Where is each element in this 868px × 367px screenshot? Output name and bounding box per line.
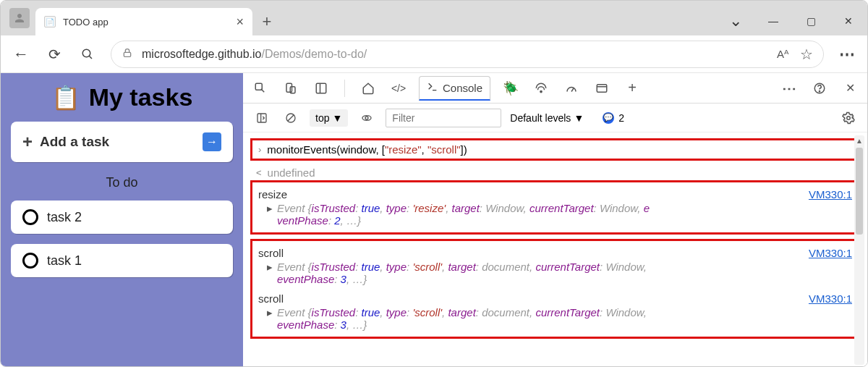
devtools-more-button[interactable]: ⋯ bbox=[779, 78, 799, 98]
task-checkbox[interactable] bbox=[22, 253, 38, 269]
devtools-tab-strip: </> Console 🪲 + ⋯ ✕ bbox=[243, 73, 867, 104]
issues-indicator[interactable]: 💬 2 bbox=[603, 112, 624, 124]
result-value: undefined bbox=[268, 166, 315, 179]
tab-favicon-icon: 📄 bbox=[44, 16, 56, 28]
search-icon[interactable] bbox=[77, 44, 98, 64]
event-name: resize bbox=[258, 188, 852, 201]
svg-point-14 bbox=[819, 90, 820, 91]
task-label: task 2 bbox=[47, 210, 82, 225]
window-close-button[interactable]: ✕ bbox=[830, 7, 867, 35]
back-button[interactable]: ← bbox=[11, 44, 31, 64]
svg-rect-11 bbox=[597, 84, 607, 92]
dock-side-button[interactable] bbox=[311, 78, 331, 98]
chevron-down-icon: ▼ bbox=[574, 112, 584, 124]
console-settings-button[interactable] bbox=[838, 108, 859, 128]
console-input-code: monitorEvents(window, ["resize", "scroll… bbox=[267, 143, 467, 156]
prompt-chevron-icon: › bbox=[258, 144, 261, 155]
svg-line-10 bbox=[571, 88, 574, 92]
window-controls: ⌄ — ▢ ✕ bbox=[717, 7, 867, 35]
reload-button[interactable]: ⟳ bbox=[44, 44, 64, 64]
app-title: My tasks bbox=[89, 83, 193, 111]
source-link[interactable]: VM330:1 bbox=[809, 292, 852, 305]
window-titlebar: 📄 TODO app × + ⌄ — ▢ ✕ bbox=[1, 1, 867, 35]
more-tabs-button[interactable]: + bbox=[622, 78, 642, 98]
application-tab[interactable] bbox=[592, 78, 612, 98]
add-task-submit-button[interactable]: → bbox=[203, 132, 221, 151]
event-detail[interactable]: ▸ Event {isTrusted: true, type: 'scroll'… bbox=[258, 306, 852, 331]
expand-icon[interactable]: ▸ bbox=[267, 202, 273, 227]
elements-tab[interactable]: </> bbox=[388, 78, 409, 98]
source-link[interactable]: VM330:1 bbox=[809, 247, 852, 259]
expand-icon[interactable]: ▸ bbox=[267, 306, 273, 331]
source-link[interactable]: VM330:1 bbox=[809, 188, 852, 201]
svg-rect-2 bbox=[124, 52, 130, 56]
console-tab-label: Console bbox=[443, 82, 482, 94]
highlight-input: › monitorEvents(window, ["resize", "scro… bbox=[250, 138, 860, 161]
main-area: 📋 My tasks + Add a task → To do task 2 t… bbox=[1, 73, 867, 367]
event-name: scroll bbox=[258, 247, 852, 259]
clipboard-icon: 📋 bbox=[51, 84, 80, 111]
result-chevron-icon: < bbox=[256, 167, 262, 178]
devtools-close-button[interactable]: ✕ bbox=[840, 78, 860, 98]
more-button[interactable]: ⋯ bbox=[837, 44, 857, 64]
context-selector[interactable]: top ▼ bbox=[310, 109, 348, 127]
event-detail[interactable]: ▸ Event {isTrusted: true, type: 'scroll'… bbox=[258, 261, 852, 285]
log-levels-dropdown[interactable]: Default levels ▼ bbox=[510, 112, 584, 124]
network-tab[interactable] bbox=[531, 78, 551, 98]
section-todo-label: To do bbox=[11, 175, 233, 190]
svg-point-20 bbox=[847, 116, 851, 119]
console-sidebar-toggle[interactable] bbox=[252, 108, 272, 128]
browser-tab[interactable]: 📄 TODO app × bbox=[35, 8, 252, 35]
svg-line-18 bbox=[288, 115, 294, 121]
event-name: scroll bbox=[258, 292, 852, 305]
url-text: microsoftedge.github.io/Demos/demo-to-do… bbox=[142, 48, 367, 61]
address-bar: ← ⟳ microsoftedge.github.io/Demos/demo-t… bbox=[1, 35, 867, 73]
console-tab[interactable]: Console bbox=[419, 76, 490, 101]
console-output: › monitorEvents(window, ["resize", "scro… bbox=[243, 132, 867, 367]
event-detail[interactable]: ▸ Event {isTrusted: true, type: 'resize'… bbox=[258, 202, 852, 227]
tab-close-button[interactable]: × bbox=[236, 14, 244, 30]
scroll-up-icon[interactable]: ▲ bbox=[856, 135, 863, 146]
svg-rect-6 bbox=[316, 83, 326, 93]
svg-line-1 bbox=[89, 56, 92, 59]
svg-point-19 bbox=[365, 117, 368, 119]
sources-tab[interactable]: 🪲 bbox=[501, 78, 521, 98]
task-row[interactable]: task 2 bbox=[11, 201, 233, 234]
highlight-event-scrolls: VM330:1 scroll ▸ Event {isTrusted: true,… bbox=[250, 239, 860, 339]
tabs-dropdown-button[interactable]: ⌄ bbox=[717, 7, 754, 35]
profile-avatar[interactable] bbox=[9, 8, 30, 28]
read-aloud-button[interactable]: Aᴬ bbox=[777, 48, 788, 61]
maximize-button[interactable]: ▢ bbox=[792, 7, 830, 35]
task-checkbox[interactable] bbox=[22, 209, 38, 225]
console-filter-input[interactable] bbox=[386, 109, 501, 127]
chevron-down-icon: ▼ bbox=[332, 112, 342, 124]
expand-icon[interactable]: ▸ bbox=[267, 261, 273, 285]
scroll-thumb[interactable] bbox=[856, 148, 863, 235]
task-row[interactable]: task 1 bbox=[11, 244, 233, 277]
welcome-tab[interactable] bbox=[358, 78, 378, 98]
event-row: VM330:1 resize ▸ Event {isTrusted: true,… bbox=[258, 188, 852, 227]
performance-tab[interactable] bbox=[561, 78, 582, 98]
favorite-button[interactable]: ☆ bbox=[800, 46, 813, 63]
tab-title: TODO app bbox=[63, 17, 229, 28]
clear-console-button[interactable] bbox=[281, 108, 301, 128]
add-task-card[interactable]: + Add a task → bbox=[11, 122, 233, 162]
console-toolbar: top ▼ Default levels ▼ 💬 2 bbox=[243, 104, 867, 132]
devtools-help-button[interactable] bbox=[809, 78, 830, 98]
console-input-row[interactable]: › monitorEvents(window, ["resize", "scro… bbox=[258, 143, 852, 156]
todo-app: 📋 My tasks + Add a task → To do task 2 t… bbox=[1, 73, 243, 367]
app-header: 📋 My tasks bbox=[11, 83, 233, 111]
device-toolbar-button[interactable] bbox=[281, 78, 301, 98]
console-icon bbox=[427, 81, 438, 95]
inspect-element-button[interactable] bbox=[250, 78, 271, 98]
console-scrollbar[interactable]: ▲ bbox=[854, 135, 864, 365]
add-plus-icon: + bbox=[22, 132, 33, 152]
minimize-button[interactable]: — bbox=[754, 7, 792, 35]
new-tab-button[interactable]: + bbox=[252, 8, 281, 35]
lock-icon bbox=[122, 47, 133, 62]
event-row: VM330:1 scroll ▸ Event {isTrusted: true,… bbox=[258, 247, 852, 285]
url-box[interactable]: microsoftedge.github.io/Demos/demo-to-do… bbox=[111, 41, 824, 68]
live-expression-button[interactable] bbox=[357, 108, 377, 128]
svg-point-0 bbox=[82, 49, 90, 57]
svg-rect-4 bbox=[286, 83, 292, 92]
